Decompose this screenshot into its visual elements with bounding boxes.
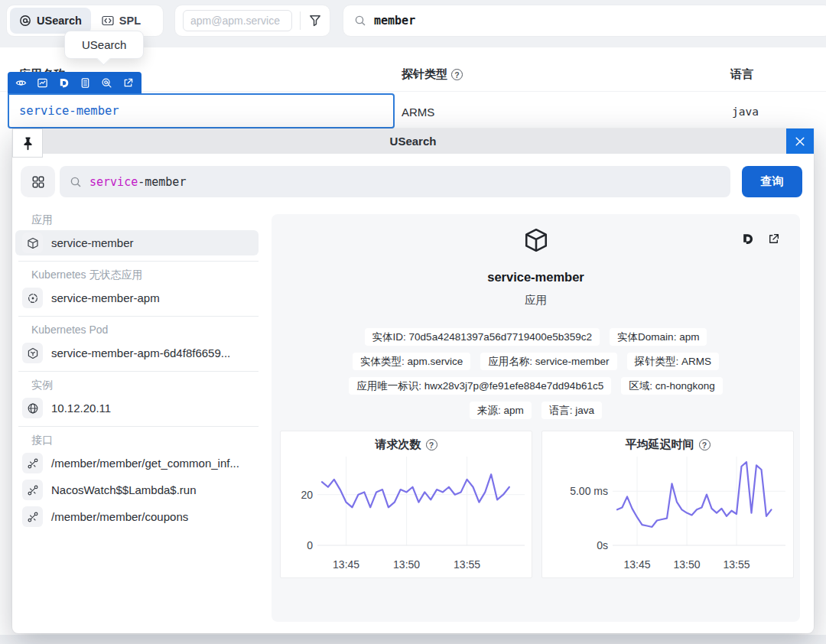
usearch-icon[interactable] (101, 77, 112, 89)
property-chip: 应用唯一标识: hwx28v3j7p@fe91efe884e7dd94b61c5 (349, 377, 611, 395)
sidebar-group-label: 接口 (31, 432, 259, 447)
chart-box-icon[interactable] (37, 77, 48, 89)
global-search-value: member (374, 14, 415, 28)
chart-card-requests: 请求次数 20013:4513:5013:55 (280, 431, 532, 578)
sidebar-group-label: Kubernetes 无状态应用 (31, 267, 259, 282)
sidebar-divider (18, 316, 259, 317)
cube-icon (22, 233, 43, 253)
category-grid-button[interactable] (21, 166, 55, 197)
grid-icon (31, 175, 45, 189)
sidebar-item[interactable]: /member/member/get_common_inf... (15, 450, 259, 476)
chart-title-requests: 请求次数 (281, 437, 532, 452)
tab-spl[interactable]: SPL (93, 8, 150, 34)
document-icon[interactable] (80, 77, 91, 89)
svg-text:5.00 ms: 5.00 ms (570, 485, 608, 497)
property-chip: 来源: apm (470, 402, 532, 419)
chart-cards: 请求次数 20013:4513:5013:55 平均延迟时间 5.00 ms0s… (280, 431, 794, 578)
property-row: 应用唯一标识: hwx28v3j7p@fe91efe884e7dd94b61c5… (349, 377, 722, 395)
filter-icon[interactable] (308, 14, 322, 28)
pod-icon (22, 343, 43, 363)
help-icon[interactable] (699, 439, 711, 450)
cell-language: java (732, 106, 759, 118)
svg-text:13:55: 13:55 (454, 558, 480, 571)
link-icon (22, 453, 43, 473)
tab-usearch[interactable]: USearch (10, 8, 91, 34)
d-logo-icon[interactable] (58, 77, 70, 89)
help-icon[interactable] (426, 439, 437, 450)
modal-search-input[interactable]: service-member (60, 166, 730, 197)
cell-probe-type: ARMS (402, 106, 434, 119)
latency-chart: 5.00 ms0s13:4513:5013:55 (542, 431, 793, 577)
column-header-probe-type-label: 探针类型 (402, 67, 447, 82)
sidebar-item-label: /member/member/get_common_inf... (51, 457, 239, 470)
column-header-probe-type: 探针类型 (402, 67, 463, 82)
sidebar-group-label: Kubernetes Pod (31, 322, 259, 337)
sidebar-group-label: 应用 (31, 212, 259, 227)
search-icon (70, 176, 82, 188)
property-row: 实体类型: apm.service应用名称: service-member探针类… (353, 353, 719, 370)
svg-text:13:45: 13:45 (623, 558, 650, 571)
modal-sidebar: 应用service-memberKubernetes 无状态应用service-… (15, 208, 259, 531)
sidebar-group-label: 实例 (31, 377, 259, 392)
property-chip: 语言: java (541, 402, 602, 419)
modal-title: USearch (390, 135, 437, 148)
link-icon (22, 480, 43, 500)
sidebar-item-label: NacosWatch$$Lambda$.run (51, 483, 197, 496)
sidebar-item[interactable]: /member/member/coupons (15, 504, 259, 529)
chart-title-latency: 平均延迟时间 (542, 437, 793, 452)
sidebar-item-label: 10.12.20.11 (51, 402, 111, 415)
usearch-modal: USearch service-member 查询 应用service-memb… (12, 128, 814, 633)
d-logo-icon[interactable] (741, 233, 754, 246)
external-link-icon[interactable] (122, 77, 134, 89)
entity-filter-group: apm@apm.service (174, 5, 330, 37)
svg-text:13:50: 13:50 (393, 558, 420, 571)
link-icon (22, 506, 43, 527)
globe-icon (22, 398, 43, 418)
tab-usearch-label: USearch (37, 15, 82, 27)
sidebar-divider (18, 371, 259, 372)
sidebar-divider (18, 426, 259, 427)
pin-button[interactable] (12, 128, 43, 158)
app-root: USearch SPL apm@apm.service member 应用名称 … (0, 0, 826, 644)
external-link-icon[interactable] (767, 233, 780, 246)
svg-text:0s: 0s (597, 539, 608, 551)
detail-subtitle: 应用 (272, 293, 800, 307)
tab-spl-label: SPL (119, 15, 141, 27)
tooltip-text: USearch (82, 38, 126, 51)
sidebar-item[interactable]: service-member-apm-6d4f8f6659... (15, 340, 259, 366)
detail-title: service-member (272, 270, 800, 285)
property-chip: 实体Domain: apm (610, 328, 707, 346)
sidebar-item[interactable]: service-member (15, 230, 259, 255)
tooltip: USearch (64, 31, 144, 59)
application-cube-icon (523, 227, 549, 253)
property-chip: 区域: cn-hongkong (621, 377, 723, 395)
modal-header[interactable]: USearch (12, 128, 814, 154)
help-icon[interactable] (451, 69, 463, 80)
query-button[interactable]: 查询 (742, 166, 802, 197)
property-chip: 实体ID: 70d5a42481397a56d7719400e5b359c2 (365, 328, 600, 346)
code-icon (102, 15, 114, 27)
property-row: 实体ID: 70d5a42481397a56d7719400e5b359c2实体… (365, 328, 707, 346)
deployment-icon (22, 288, 43, 308)
search-icon (354, 15, 366, 27)
entity-input[interactable]: apm@apm.service (183, 10, 292, 31)
cell-action-toolbar (8, 72, 141, 93)
sidebar-item-label: service-member-apm-6d4f8f6659... (51, 346, 230, 359)
sidebar-item-label: service-member-apm (51, 291, 160, 304)
requests-chart: 20013:4513:5013:55 (281, 431, 532, 577)
modal-search-value: service-member (89, 175, 186, 189)
sidebar-item[interactable]: 10.12.20.11 (15, 395, 259, 421)
cell-editor-input[interactable]: service-member (8, 93, 395, 128)
eye-icon[interactable] (15, 77, 27, 89)
sidebar-item[interactable]: NacosWatch$$Lambda$.run (15, 477, 259, 503)
svg-text:20: 20 (301, 489, 313, 501)
cell-editor-value: service-member (19, 104, 119, 118)
modal-close-button[interactable] (786, 128, 814, 154)
sidebar-item[interactable]: service-member-apm (15, 285, 259, 311)
pin-icon (21, 136, 35, 151)
sidebar-item-label: /member/member/coupons (51, 510, 188, 523)
usearch-logo-icon (19, 15, 31, 27)
detail-actions (741, 233, 780, 246)
global-search[interactable]: member (343, 5, 826, 37)
detail-panel: service-member 应用 实体ID: 70d5a42481397a56… (272, 214, 800, 622)
